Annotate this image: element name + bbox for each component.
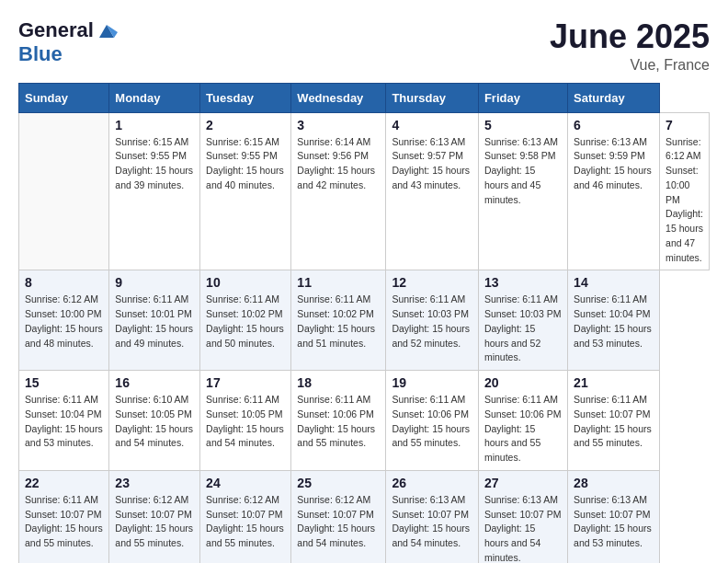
daylight-text: Daylight: 15 hours and 49 minutes. [115, 323, 193, 349]
calendar-cell: 12 Sunrise: 6:11 AM Sunset: 10:03 PM Day… [386, 270, 479, 371]
daylight-text: Daylight: 15 hours and 55 minutes. [115, 523, 193, 548]
sunrise-text: Sunrise: 6:10 AM [115, 394, 188, 405]
sunset-text: Sunset: 10:07 PM [484, 509, 561, 520]
title-block: June 2025 Vue, France [550, 18, 710, 74]
daylight-text: Daylight: 15 hours and 53 minutes. [25, 423, 103, 449]
daylight-text: Daylight: 15 hours and 40 minutes. [206, 165, 284, 190]
sunrise-text: Sunrise: 6:11 AM [574, 293, 647, 304]
daylight-text: Daylight: 15 hours and 53 minutes. [574, 323, 652, 349]
calendar-cell: 8 Sunrise: 6:12 AM Sunset: 10:00 PM Dayl… [19, 270, 109, 371]
calendar-cell: 13 Sunrise: 6:11 AM Sunset: 10:03 PM Day… [478, 270, 567, 371]
day-header-saturday: Saturday [568, 83, 660, 112]
day-number: 13 [484, 275, 562, 290]
day-info: Sunrise: 6:15 AM Sunset: 9:55 PM Dayligh… [115, 135, 194, 193]
sunset-text: Sunset: 10:07 PM [115, 509, 191, 520]
day-info: Sunrise: 6:12 AM Sunset: 10:07 PM Daylig… [206, 493, 285, 551]
sunset-text: Sunset: 10:06 PM [297, 408, 373, 419]
calendar-cell: 4 Sunrise: 6:13 AM Sunset: 9:57 PM Dayli… [386, 112, 479, 270]
day-info: Sunrise: 6:11 AM Sunset: 10:06 PM Daylig… [297, 393, 380, 451]
day-info: Sunrise: 6:13 AM Sunset: 9:59 PM Dayligh… [574, 135, 654, 193]
daylight-text: Daylight: 15 hours and 45 minutes. [484, 165, 540, 205]
day-number: 17 [206, 375, 285, 390]
daylight-text: Daylight: 15 hours and 53 minutes. [574, 523, 652, 548]
calendar-week-row: 1 Sunrise: 6:15 AM Sunset: 9:55 PM Dayli… [19, 112, 710, 270]
day-number: 18 [297, 375, 380, 390]
day-info: Sunrise: 6:11 AM Sunset: 10:03 PM Daylig… [392, 293, 472, 350]
sunset-text: Sunset: 9:55 PM [206, 150, 278, 161]
day-info: Sunrise: 6:11 AM Sunset: 10:04 PM Daylig… [25, 393, 103, 451]
day-info: Sunrise: 6:11 AM Sunset: 10:04 PM Daylig… [574, 293, 654, 350]
sunrise-text: Sunrise: 6:11 AM [206, 293, 279, 304]
sunset-text: Sunset: 9:58 PM [484, 150, 556, 161]
calendar-cell [19, 112, 109, 270]
sunrise-text: Sunrise: 6:14 AM [297, 136, 370, 147]
sunset-text: Sunset: 9:55 PM [115, 150, 187, 161]
day-info: Sunrise: 6:13 AM Sunset: 10:07 PM Daylig… [574, 493, 654, 551]
calendar-cell: 1 Sunrise: 6:15 AM Sunset: 9:55 PM Dayli… [109, 112, 200, 270]
daylight-text: Daylight: 15 hours and 55 minutes. [206, 523, 284, 548]
sunset-text: Sunset: 10:07 PM [206, 509, 282, 520]
calendar-cell: 20 Sunrise: 6:11 AM Sunset: 10:06 PM Day… [478, 371, 567, 471]
sunrise-text: Sunrise: 6:11 AM [484, 293, 558, 304]
daylight-text: Daylight: 15 hours and 42 minutes. [297, 165, 375, 190]
sunset-text: Sunset: 10:06 PM [484, 408, 561, 419]
day-number: 22 [25, 476, 103, 490]
calendar-cell: 17 Sunrise: 6:11 AM Sunset: 10:05 PM Day… [200, 371, 291, 471]
calendar-cell: 10 Sunrise: 6:11 AM Sunset: 10:02 PM Day… [200, 270, 291, 371]
day-info: Sunrise: 6:14 AM Sunset: 9:56 PM Dayligh… [297, 135, 380, 193]
day-info: Sunrise: 6:15 AM Sunset: 9:55 PM Dayligh… [206, 135, 285, 193]
sunrise-text: Sunrise: 6:12 AM [665, 136, 701, 162]
daylight-text: Daylight: 15 hours and 55 minutes. [297, 423, 375, 449]
calendar-cell: 24 Sunrise: 6:12 AM Sunset: 10:07 PM Day… [200, 470, 291, 563]
sunset-text: Sunset: 10:07 PM [392, 509, 468, 520]
calendar-cell: 11 Sunrise: 6:11 AM Sunset: 10:02 PM Day… [291, 270, 386, 371]
sunset-text: Sunset: 10:02 PM [206, 308, 282, 319]
day-info: Sunrise: 6:11 AM Sunset: 10:01 PM Daylig… [115, 293, 194, 350]
day-info: Sunrise: 6:13 AM Sunset: 9:58 PM Dayligh… [484, 135, 562, 208]
calendar-week-row: 8 Sunrise: 6:12 AM Sunset: 10:00 PM Dayl… [19, 270, 710, 371]
day-info: Sunrise: 6:11 AM Sunset: 10:07 PM Daylig… [25, 493, 103, 551]
day-info: Sunrise: 6:10 AM Sunset: 10:05 PM Daylig… [115, 393, 194, 451]
day-number: 6 [574, 118, 654, 132]
day-header-wednesday: Wednesday [291, 83, 386, 112]
calendar-header-row: SundayMondayTuesdayWednesdayThursdayFrid… [19, 83, 710, 112]
calendar-cell: 27 Sunrise: 6:13 AM Sunset: 10:07 PM Day… [478, 470, 567, 563]
calendar-week-row: 22 Sunrise: 6:11 AM Sunset: 10:07 PM Day… [19, 470, 710, 563]
day-number: 1 [115, 118, 194, 132]
daylight-text: Daylight: 15 hours and 52 minutes. [392, 323, 470, 349]
day-number: 14 [574, 275, 654, 290]
daylight-text: Daylight: 15 hours and 55 minutes. [574, 423, 652, 449]
calendar-cell: 22 Sunrise: 6:11 AM Sunset: 10:07 PM Day… [19, 470, 109, 563]
calendar-cell: 25 Sunrise: 6:12 AM Sunset: 10:07 PM Day… [291, 470, 386, 563]
daylight-text: Daylight: 15 hours and 54 minutes. [392, 523, 470, 548]
sunrise-text: Sunrise: 6:11 AM [25, 494, 98, 505]
calendar-cell: 19 Sunrise: 6:11 AM Sunset: 10:06 PM Day… [386, 371, 479, 471]
sunset-text: Sunset: 10:05 PM [115, 408, 191, 419]
sunset-text: Sunset: 10:04 PM [574, 308, 650, 319]
calendar-cell: 6 Sunrise: 6:13 AM Sunset: 9:59 PM Dayli… [568, 112, 660, 270]
daylight-text: Daylight: 15 hours and 55 minutes. [392, 423, 470, 449]
daylight-text: Daylight: 15 hours and 51 minutes. [297, 323, 375, 349]
sunset-text: Sunset: 10:06 PM [392, 408, 468, 419]
daylight-text: Daylight: 15 hours and 46 minutes. [574, 165, 652, 190]
day-number: 10 [206, 275, 285, 290]
day-info: Sunrise: 6:11 AM Sunset: 10:02 PM Daylig… [206, 293, 285, 350]
sunrise-text: Sunrise: 6:12 AM [25, 293, 98, 304]
calendar-table: SundayMondayTuesdayWednesdayThursdayFrid… [18, 83, 710, 563]
day-info: Sunrise: 6:11 AM Sunset: 10:05 PM Daylig… [206, 393, 285, 451]
day-number: 2 [206, 118, 285, 132]
calendar-cell: 14 Sunrise: 6:11 AM Sunset: 10:04 PM Day… [568, 270, 660, 371]
logo-icon [96, 19, 118, 41]
calendar-week-row: 15 Sunrise: 6:11 AM Sunset: 10:04 PM Day… [19, 371, 710, 471]
day-number: 24 [206, 476, 285, 490]
daylight-text: Daylight: 15 hours and 54 minutes. [297, 523, 375, 548]
day-number: 23 [115, 476, 194, 490]
day-info: Sunrise: 6:12 AM Sunset: 10:00 PM Daylig… [665, 135, 703, 266]
day-number: 21 [574, 375, 654, 390]
sunrise-text: Sunrise: 6:13 AM [392, 136, 465, 147]
day-info: Sunrise: 6:13 AM Sunset: 10:07 PM Daylig… [484, 493, 562, 563]
daylight-text: Daylight: 15 hours and 43 minutes. [392, 165, 470, 190]
sunset-text: Sunset: 10:05 PM [206, 408, 282, 419]
logo-blue-text: Blue [18, 42, 63, 66]
sunset-text: Sunset: 10:00 PM [25, 308, 101, 319]
